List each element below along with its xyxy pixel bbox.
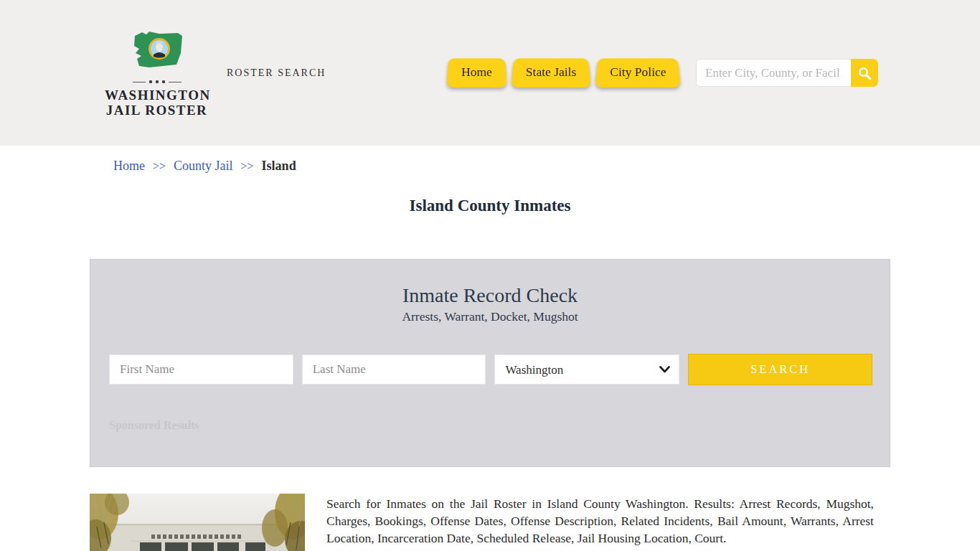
sponsored-results-label: Sponsored Results	[109, 419, 199, 432]
nav-state-jails-label: State Jails	[526, 65, 576, 80]
state-select[interactable]: Washington	[494, 354, 679, 385]
logo-divider	[105, 80, 209, 83]
record-check-form: Washington SEARCH	[109, 354, 872, 385]
state-select-wrap: Washington	[494, 354, 679, 385]
site-logo[interactable]: WASHINGTON JAIL ROSTER	[105, 29, 209, 118]
search-icon	[857, 66, 872, 80]
first-name-input[interactable]	[109, 354, 293, 385]
record-check-subtitle: Arrests, Warrant, Docket, Mugshot	[90, 309, 890, 324]
breadcrumb-current: Island	[262, 159, 296, 174]
facility-search-button[interactable]	[851, 59, 878, 87]
inmate-record-check-panel: Inmate Record Check Arrests, Warrant, Do…	[90, 259, 890, 467]
washington-state-icon	[128, 29, 187, 75]
page-title: Island County Inmates	[0, 197, 980, 215]
nav-state-jails[interactable]: State Jails	[511, 56, 591, 88]
logo-title-line2: JAIL ROSTER	[105, 103, 209, 118]
site-header: WASHINGTON JAIL ROSTER ROSTER SEARCH Hom…	[0, 0, 980, 146]
breadcrumb: Home >> County Jail >> Island	[113, 159, 296, 174]
breadcrumb-separator: >>	[241, 160, 254, 173]
facility-search	[696, 59, 878, 87]
breadcrumb-home[interactable]: Home	[113, 159, 145, 174]
breadcrumb-county-jail[interactable]: County Jail	[174, 159, 233, 174]
search-button[interactable]: SEARCH	[688, 354, 872, 385]
jail-building-photo	[90, 494, 305, 551]
nav-home-label: Home	[461, 65, 492, 80]
last-name-input[interactable]	[302, 354, 486, 385]
record-check-title: Inmate Record Check	[90, 284, 890, 307]
page-description: Search for Inmates on the Jail Roster in…	[326, 495, 874, 547]
logo-title-line1: WASHINGTON	[105, 88, 209, 103]
roster-search-label: ROSTER SEARCH	[227, 67, 326, 79]
nav-home[interactable]: Home	[446, 56, 507, 88]
nav-city-police[interactable]: City Police	[595, 56, 681, 88]
breadcrumb-separator: >>	[153, 160, 166, 173]
nav-city-police-label: City Police	[610, 65, 666, 80]
main-nav: Home State Jails City Police	[446, 56, 682, 88]
facility-search-input[interactable]	[696, 59, 851, 87]
